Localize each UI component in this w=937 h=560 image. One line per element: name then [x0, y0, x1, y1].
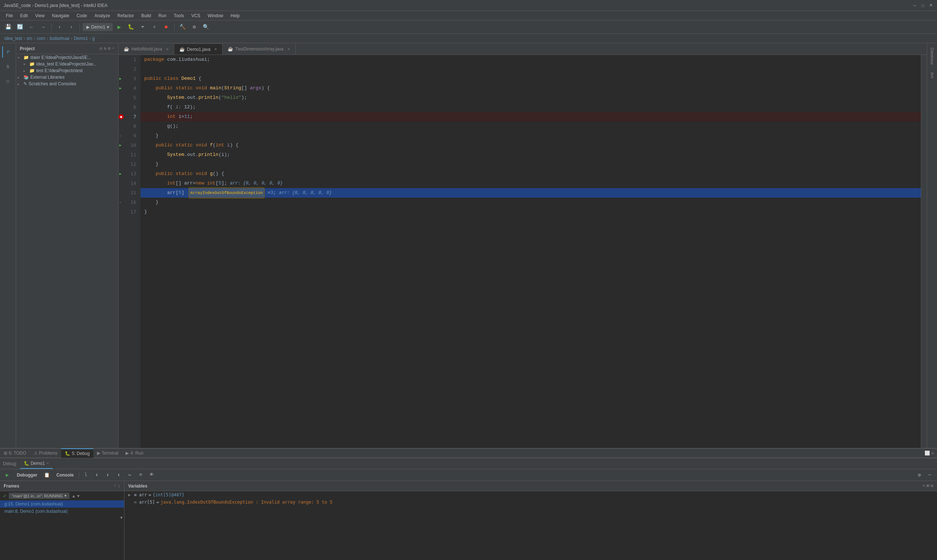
problems-tab[interactable]: ⚠ Problems — [30, 448, 62, 458]
force-step-into-button[interactable]: ⬇ — [103, 471, 112, 480]
tab-close-twodimension[interactable]: ✕ — [287, 47, 290, 51]
breadcrumb-src[interactable]: src — [27, 36, 32, 41]
step-into-button[interactable]: ⬇ — [92, 471, 101, 480]
todo-tab[interactable]: ⊞ 6: TODO — [0, 448, 30, 458]
close-bottom-icon[interactable]: ✕ — [931, 451, 934, 456]
coverage-button[interactable]: ☂ — [138, 22, 148, 32]
frame-item-main[interactable]: main:8, Demo1 (com.liudashuai) — [0, 508, 124, 515]
expand-bottom-icon[interactable]: ⬜ — [925, 451, 930, 456]
sidebar-hide-icon[interactable]: ─ — [112, 46, 115, 51]
maximize-button[interactable]: □ — [920, 3, 925, 8]
frame-item-g[interactable]: g:15, Demo1 (com.liudashuai) — [0, 500, 124, 508]
breadcrumb-demo1[interactable]: Demo1 — [74, 36, 88, 41]
run-button[interactable]: ▶ — [114, 22, 125, 32]
fold-indicator-3[interactable]: ▶ — [119, 74, 122, 83]
fold-indicator-13[interactable]: ▶ — [119, 169, 122, 178]
code-editor[interactable]: 1 2 3 ▶ 4 ▶ 5 6 7 ● 8 9 ▸ — [118, 55, 927, 448]
fold-indicator-10[interactable]: ▶ — [119, 140, 122, 150]
settings-debug-button[interactable]: ⚙ — [915, 471, 924, 480]
sidebar-expand-icon[interactable]: ⇅ — [103, 46, 106, 51]
run-to-cursor-button[interactable]: ↪ — [125, 471, 134, 480]
thread-down-btn[interactable]: ▼ — [77, 494, 80, 498]
menu-vcs[interactable]: VCS — [189, 12, 203, 19]
close-debug-button[interactable]: ─ — [925, 471, 934, 480]
tab-demo1[interactable]: ☕ Demo1.java ✕ — [174, 43, 223, 55]
menu-file[interactable]: File — [3, 12, 16, 19]
save-button[interactable]: 💾 — [3, 22, 13, 32]
breadcrumb-liudashuai[interactable]: liudashuai — [49, 36, 69, 41]
breadcrumb-idea-test[interactable]: idea_test — [5, 36, 22, 41]
step-over-button[interactable]: ⤵ — [81, 471, 90, 480]
code-content[interactable]: package com.liudashuai; public class Dem… — [140, 55, 921, 448]
menu-refactor[interactable]: Refactor — [115, 12, 137, 19]
add-watch-icon[interactable]: + — [922, 483, 925, 489]
debug-session-close[interactable]: ✕ — [46, 461, 49, 465]
breadcrumb-com[interactable]: com — [37, 36, 45, 41]
run-tab[interactable]: ▶ 4: Run — [122, 448, 147, 458]
tree-item-test[interactable]: ▸ 📁 test E:\IdeaProjects\test — [16, 67, 118, 74]
breakpoint-7[interactable]: ● — [118, 114, 124, 119]
debug-button[interactable]: 🐛 — [126, 22, 136, 32]
redo-button[interactable]: → — [38, 22, 48, 32]
tab-close-helloworld[interactable]: ✕ — [166, 47, 169, 51]
activity-project[interactable]: P — [2, 46, 14, 58]
close-button[interactable]: ✕ — [928, 3, 933, 8]
project-selector[interactable]: ▶ Demo1 ▾ — [83, 23, 113, 31]
tree-item-daier[interactable]: ▾ 📁 daier E:\IdeaProjects\JavaSE... — [16, 54, 118, 61]
console-button[interactable]: 📋 — [43, 471, 51, 480]
breadcrumb-g[interactable]: g — [92, 36, 95, 41]
watch-button[interactable]: 👁 — [147, 471, 156, 480]
search-button[interactable]: 🔍 — [201, 22, 211, 32]
menu-analyze[interactable]: Analyze — [91, 12, 113, 19]
menu-edit[interactable]: Edit — [17, 12, 31, 19]
profile-button[interactable]: ⚡ — [149, 22, 160, 32]
menu-window[interactable]: Window — [205, 12, 226, 19]
database-panel-label[interactable]: Database — [930, 45, 934, 68]
build-button[interactable]: 🔨 — [177, 22, 188, 32]
frames-icon-2[interactable]: ↓ — [118, 483, 120, 489]
resume-button[interactable]: ▶ — [3, 471, 12, 480]
menu-run[interactable]: Run — [155, 12, 169, 19]
stop-button[interactable]: ■ — [161, 22, 171, 32]
var-item-arr[interactable]: ▶ ≡ arr = {int[5]@487} — [125, 491, 937, 498]
minimize-button[interactable]: ─ — [912, 3, 917, 8]
collapse-all-icon[interactable]: ⊟ — [931, 483, 933, 489]
fold-indicator-4[interactable]: ▶ — [119, 83, 122, 93]
menu-tools[interactable]: Tools — [171, 12, 187, 19]
debug-tab-demo1[interactable]: 🐛 Demo1 ✕ — [20, 458, 53, 469]
undo-button[interactable]: ← — [26, 22, 37, 32]
activity-structure[interactable]: S — [2, 61, 14, 72]
tree-item-idea-test[interactable]: ▾ 📁 idea_test E:\IdeaProjects\Jav... — [16, 61, 118, 67]
menu-build[interactable]: Build — [138, 12, 154, 19]
tree-item-scratches[interactable]: ▸ ✎ Scratches and Consoles — [16, 80, 118, 87]
menu-navigate[interactable]: Navigate — [49, 12, 72, 19]
menu-code[interactable]: Code — [74, 12, 90, 19]
thread-up-btn[interactable]: ▲ — [72, 494, 76, 498]
menu-help[interactable]: Help — [228, 12, 243, 19]
sidebar-locate-icon[interactable]: ◎ — [100, 46, 102, 51]
forward-button[interactable]: › — [66, 22, 77, 32]
var-item-arr5[interactable]: ∞ arr[5] = java.lang.IndexOutOfBoundsExc… — [125, 498, 937, 506]
tab-twodimension[interactable]: ☕ TwoDimensionArray.java ✕ — [223, 43, 296, 55]
step-out-button[interactable]: ⬆ — [114, 471, 123, 480]
expand-all-icon[interactable]: ⊞ — [927, 483, 929, 489]
evaluate-button[interactable]: ≡ — [136, 471, 145, 480]
tree-item-external-libs[interactable]: ▸ 📚 External Libraries — [16, 74, 118, 80]
frames-icon-1[interactable]: ↑ — [114, 483, 116, 489]
sidebar-settings-icon[interactable]: ⚙ — [108, 46, 111, 51]
debug-tool-tab[interactable]: 🐛 5: Debug — [61, 448, 93, 458]
fold-indicator-16[interactable]: ▸ — [119, 198, 122, 207]
terminal-tab[interactable]: ▶ Terminal — [93, 448, 122, 458]
tab-close-demo1[interactable]: ✕ — [214, 47, 217, 51]
tab-helloworld[interactable]: ☕ HelloWorld.java ✕ — [118, 43, 174, 55]
settings-button[interactable]: ⚙ — [189, 22, 200, 32]
menu-view[interactable]: View — [32, 12, 48, 19]
thread-checkbox[interactable]: ✓ — [3, 493, 6, 498]
thread-name[interactable]: "main"@1 in...in": RUNNING ▾ — [9, 493, 69, 499]
synchronize-button[interactable]: 🔄 — [15, 22, 25, 32]
back-button[interactable]: ‹ — [55, 22, 65, 32]
frames-scroll-down[interactable]: ▼ — [120, 516, 123, 520]
fold-indicator-9[interactable]: ▸ — [119, 131, 122, 140]
activity-bookmarks[interactable]: ☆ — [2, 75, 14, 87]
arr-expand-icon[interactable]: ▶ — [128, 492, 134, 497]
